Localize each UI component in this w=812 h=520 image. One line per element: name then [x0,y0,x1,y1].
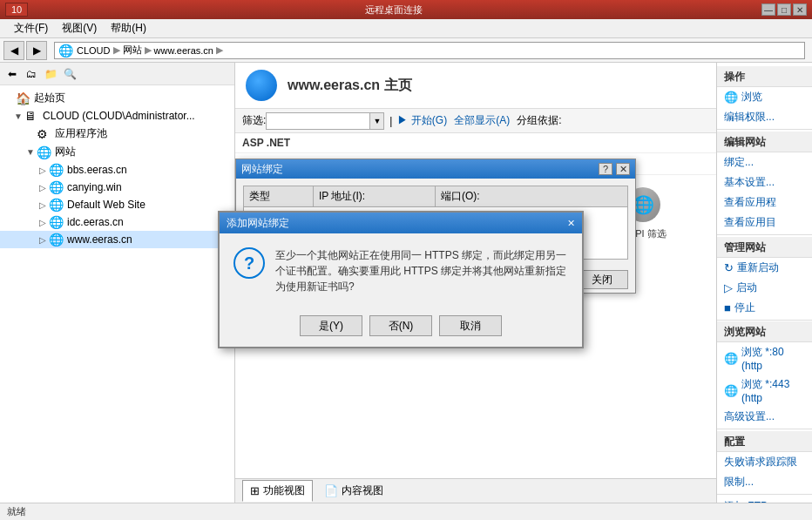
site-binding-close-btn[interactable]: ✕ [616,163,630,175]
taskbar-title: 远程桌面连接 [28,3,760,17]
confirm-yes-btn[interactable]: 是(Y) [300,315,362,336]
site-binding-title: 网站绑定 [241,162,599,177]
confirm-body: ? 至少一个其他网站正在使用同一 HTTPS 绑定，而此绑定用另一个证书配置。确… [220,233,582,308]
col-type: 类型 [244,186,314,206]
confirm-titlebar: 添加网站绑定 ✕ [220,213,582,233]
site-binding-help-btn[interactable]: ? [599,163,612,175]
confirm-text: 至少一个其他网站正在使用同一 HTTPS 绑定，而此绑定用另一个证书配置。确实要… [275,247,568,294]
confirm-icon: ? [233,247,265,279]
taskbar-close-btn[interactable]: ✕ [793,3,807,16]
confirm-buttons: 是(Y) 否(N) 取消 [220,308,582,347]
close-binding-btn[interactable]: 关闭 [576,270,628,289]
taskbar-start-btn[interactable]: 10 [5,3,28,17]
iis-manager-window: 10 远程桌面连接 — □ ✕ 文件(F) 视图(V) 帮助(H) ◀ ▶ 🌐 … [0,0,812,520]
confirm-close-btn[interactable]: ✕ [567,218,575,229]
confirm-dialog: 添加网站绑定 ✕ ? 至少一个其他网站正在使用同一 HTTPS 绑定，而此绑定用… [218,211,584,348]
confirm-no-btn[interactable]: 否(N) [369,315,432,336]
taskbar: 10 远程桌面连接 — □ ✕ [0,0,812,19]
dialog-overlay: 网站绑定 ? ✕ 类型 IP 地址(I): 端口(O): 添加... 编辑...… [0,19,812,520]
col-ip: IP 地址(I): [314,186,436,206]
confirm-title: 添加网站绑定 [227,216,567,231]
taskbar-minimize-btn[interactable]: — [761,3,775,16]
confirm-cancel-btn[interactable]: 取消 [439,315,502,336]
site-binding-titlebar: 网站绑定 ? ✕ [236,159,635,179]
site-binding-table-header: 类型 IP 地址(I): 端口(O): [243,186,628,207]
taskbar-maximize-btn[interactable]: □ [777,3,791,16]
col-port: 端口(O): [436,186,505,206]
